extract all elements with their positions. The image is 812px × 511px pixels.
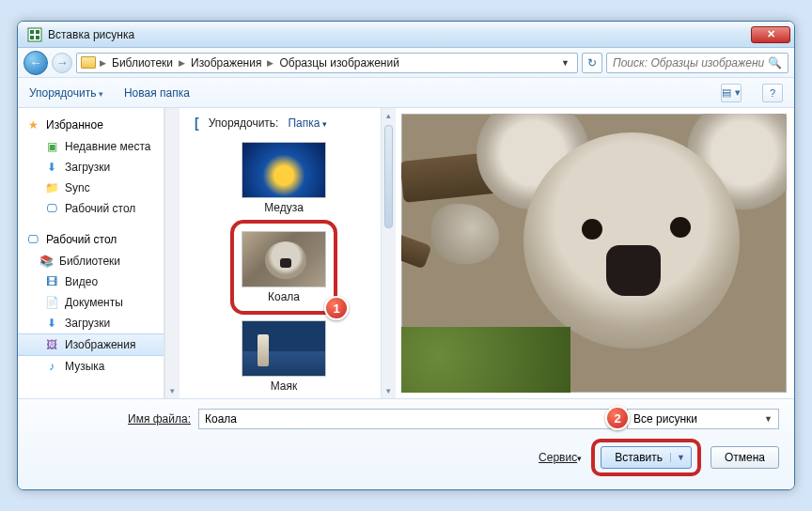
sidebar-item-downloads[interactable]: ⬇Загрузки [18,157,164,178]
sidebar-item-video[interactable]: 🎞Видео [18,271,164,292]
sidebar-item-recent[interactable]: ▣Недавние места [18,136,164,157]
image-icon: 🖼 [44,337,59,352]
breadcrumb-samples[interactable]: Образцы изображений [277,56,400,70]
file-dialog: Вставка рисунка ✕ ← → ▶ Библиотеки ▶ Изо… [17,21,795,490]
address-dropdown[interactable]: ▼ [557,58,573,68]
close-button[interactable]: ✕ [751,26,790,43]
insert-highlight: Вставить ▼ [591,439,701,476]
sort-by-folder[interactable]: Папка [288,116,327,130]
svg-rect-4 [36,36,39,39]
insert-label: Вставить [615,451,663,464]
sidebar-item-music[interactable]: ♪Музыка [18,356,164,377]
file-item-koala[interactable]: Коала [242,231,326,303]
address-bar[interactable]: ▶ Библиотеки ▶ Изображения ▶ Образцы изо… [76,53,578,73]
favorites-group[interactable]: ★ Избранное [18,114,164,136]
sidebar-item-libraries[interactable]: 📚Библиотеки [18,251,164,271]
nav-bar: ← → ▶ Библиотеки ▶ Изображения ▶ Образцы… [18,48,794,78]
file-list: [ Упорядочить: Папка Медуза Коала 1 [180,108,396,398]
view-mode-button[interactable]: ▤ ▾ [721,84,742,102]
insert-button[interactable]: Вставить ▼ [601,446,692,469]
document-icon: 📄 [44,295,59,310]
file-item-jellyfish[interactable]: Медуза [242,142,326,214]
chevron-down-icon: ▾ [170,386,175,395]
file-label: Маяк [271,379,298,393]
sidebar-item-desktop[interactable]: 🖵Рабочий стол [18,198,164,219]
svg-rect-1 [30,30,34,34]
download-icon: ⬇ [44,316,59,331]
titlebar: Вставка рисунка ✕ [18,22,794,48]
app-icon [27,27,42,42]
cancel-button[interactable]: Отмена [710,446,779,469]
chevron-right-icon: ▶ [267,58,273,68]
breadcrumb-libraries[interactable]: Библиотеки [110,56,175,70]
chevron-up-icon: ▴ [386,111,391,120]
callout-1: 1 [324,296,349,320]
video-icon: 🎞 [44,274,59,289]
toolbar: Упорядочить Новая папка ▤ ▾ ? [18,78,794,108]
chevron-right-icon: ▶ [179,58,185,68]
file-label: Медуза [264,201,304,214]
file-item-lighthouse[interactable]: Маяк [242,320,326,393]
sidebar-item-images[interactable]: 🖼Изображения [18,333,164,356]
insert-split-dropdown[interactable]: ▼ [670,453,685,462]
help-button[interactable]: ? [762,84,783,102]
favorites-label: Избранное [46,118,103,132]
preview-image [401,114,787,393]
callout-2: 2 [605,406,630,430]
tools-menu[interactable]: Сервис [539,451,582,464]
preview-pane [396,108,794,398]
filename-label: Имя файла: [33,412,191,426]
refresh-button[interactable]: ↻ [582,53,602,73]
download-icon: ⬇ [44,160,59,175]
chevron-down-icon: ▼ [764,414,773,424]
dialog-footer: Имя файла: Все рисунки ▼ 2 Сервис Встави… [18,398,794,489]
filename-input[interactable] [198,409,619,429]
svg-rect-3 [30,36,34,39]
selection-highlight: Коала 1 [230,220,337,315]
sidebar-scrollbar[interactable]: ▾ [164,108,180,398]
file-label: Коала [268,290,300,303]
library-icon: 📚 [39,254,54,269]
chevron-down-icon: ▾ [386,386,391,395]
thumbnail [242,142,326,198]
list-scrollbar[interactable]: ▴ ▾ [381,108,396,398]
list-sort-toolbar: [ Упорядочить: Папка [193,114,327,136]
file-type-filter[interactable]: Все рисунки ▼ 2 [627,409,779,429]
search-icon: 🔍 [768,56,782,70]
sidebar-item-sync[interactable]: 📁Sync [18,178,164,198]
desktop-icon: 🖵 [25,232,40,247]
desktop-icon: 🖵 [44,201,59,216]
star-icon: ★ [25,117,40,132]
new-folder-button[interactable]: Новая папка [124,86,190,100]
music-icon: ♪ [44,359,59,374]
collapse-icon[interactable]: [ [195,116,199,131]
recent-icon: ▣ [44,139,59,154]
thumbnail [242,320,326,377]
back-button[interactable]: ← [23,51,48,75]
breadcrumb-images[interactable]: Изображения [189,56,263,70]
nav-sidebar: ★ Избранное ▣Недавние места ⬇Загрузки 📁S… [18,108,164,398]
thumbnail [242,231,326,287]
search-box[interactable]: 🔍 [606,53,789,73]
cancel-label: Отмена [725,451,765,464]
svg-rect-2 [36,30,39,34]
organize-menu[interactable]: Упорядочить [29,86,103,100]
sidebar-item-documents[interactable]: 📄Документы [18,292,164,313]
search-input[interactable] [613,56,764,70]
forward-button[interactable]: → [52,53,72,73]
filter-label: Все рисунки [633,412,697,426]
dialog-body: ★ Избранное ▣Недавние места ⬇Загрузки 📁S… [18,108,794,398]
folder-icon [81,56,96,69]
chevron-right-icon: ▶ [100,58,106,68]
desktop-root[interactable]: 🖵 Рабочий стол [18,228,164,251]
sync-icon: 📁 [44,180,59,195]
sidebar-item-lib-downloads[interactable]: ⬇Загрузки [18,313,164,333]
scrollbar-thumb[interactable] [384,125,393,228]
sort-label: Упорядочить: [209,116,279,130]
window-title: Вставка рисунка [48,28,751,41]
